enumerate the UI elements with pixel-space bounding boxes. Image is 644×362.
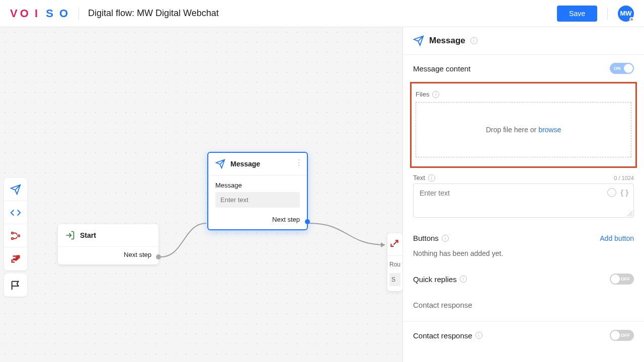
info-icon[interactable]: i — [428, 174, 435, 182]
flow-icon — [10, 230, 21, 241]
header: VO I S O Digital flow: MW Digital Webcha… — [0, 0, 644, 27]
buttons-section: Buttons i Add button — [403, 226, 644, 244]
section-title: Buttons i — [413, 234, 449, 242]
tool-end[interactable] — [4, 274, 27, 297]
browse-link[interactable]: browse — [538, 126, 561, 134]
contact-response-toggle[interactable]: OFF — [610, 330, 634, 341]
send-icon — [413, 35, 424, 46]
logo[interactable]: VO I S O — [10, 7, 69, 20]
tool-flow[interactable] — [4, 224, 27, 247]
contact-response-muted: Contact response — [403, 293, 644, 321]
send-icon — [10, 184, 21, 195]
node-message[interactable]: Message ⋮ Message Next step — [207, 152, 308, 230]
info-icon[interactable]: i — [432, 91, 439, 98]
panel-header: Message i — [403, 27, 644, 55]
svg-line-5 — [393, 240, 397, 244]
section-title: Contact response i — [413, 331, 482, 340]
send-icon — [215, 159, 225, 169]
node-start[interactable]: Start Next step — [58, 224, 158, 264]
variable-icon[interactable]: { } — [620, 188, 628, 197]
route-icon — [389, 238, 399, 248]
flag-icon — [10, 280, 21, 291]
info-icon[interactable]: i — [475, 332, 482, 339]
svg-marker-4 — [381, 242, 385, 247]
info-icon[interactable]: i — [442, 235, 449, 242]
route-icon — [10, 253, 21, 264]
message-content-section: Message content ON — [403, 55, 644, 82]
add-button-link[interactable]: Add button — [600, 234, 634, 242]
header-right: Save MW — [557, 6, 634, 22]
toolbox — [4, 178, 27, 297]
output-port[interactable] — [156, 254, 161, 259]
svg-point-0 — [12, 232, 14, 234]
info-icon[interactable]: i — [460, 276, 467, 283]
file-dropzone[interactable]: Drop file here or browse — [416, 102, 631, 157]
api-icon — [10, 207, 21, 218]
divider — [78, 8, 79, 20]
svg-point-2 — [18, 235, 20, 237]
next-step-label: Next step — [272, 216, 300, 223]
message-text-input[interactable] — [414, 184, 633, 217]
page-title: Digital flow: MW Digital Webchat — [88, 8, 219, 19]
message-input[interactable] — [215, 192, 300, 208]
empty-buttons-text: Nothing has been added yet. — [413, 244, 634, 257]
info-icon[interactable]: i — [470, 37, 477, 44]
node-route-partial[interactable]: Rou S — [387, 233, 403, 291]
node-title: Message — [230, 160, 260, 168]
tool-api[interactable] — [4, 201, 27, 224]
svg-point-1 — [12, 237, 14, 239]
more-icon[interactable]: ⋮ — [295, 158, 303, 167]
resize-handle[interactable] — [627, 211, 632, 216]
files-highlight-box: Files i Drop file here or browse — [410, 82, 637, 168]
contact-response-section: Contact response i OFF — [403, 321, 644, 349]
char-count: 0 / 1024 — [614, 175, 634, 181]
status-dot — [629, 17, 634, 22]
tool-route[interactable] — [4, 247, 27, 270]
side-panel: Message i Message content ON Files i Dro… — [403, 27, 644, 362]
text-section: Text i 0 / 1024 { } — [403, 174, 644, 226]
quick-replies-toggle[interactable]: OFF — [610, 274, 634, 285]
header-left: VO I S O Digital flow: MW Digital Webcha… — [10, 7, 219, 20]
panel-title: Message — [429, 36, 465, 46]
avatar[interactable]: MW — [618, 6, 634, 22]
quick-replies-section: Quick replies i OFF — [403, 265, 644, 293]
emoji-icon[interactable] — [607, 188, 616, 197]
field-label: Message — [215, 182, 300, 189]
section-title: Message content — [413, 64, 470, 73]
next-step-label: Next step — [124, 251, 151, 258]
files-label: Files i — [416, 90, 631, 98]
start-icon — [65, 230, 75, 240]
output-port[interactable] — [305, 219, 310, 224]
text-area-wrap: { } — [413, 184, 634, 218]
save-button[interactable]: Save — [557, 6, 597, 22]
node-title: Start — [80, 231, 96, 239]
divider — [607, 8, 608, 20]
section-title: Quick replies i — [413, 275, 467, 284]
message-content-toggle[interactable]: ON — [610, 63, 634, 74]
flow-canvas[interactable]: Start Next step Message ⋮ Message Next s… — [0, 27, 403, 362]
edge-start-message — [158, 153, 209, 261]
tool-message[interactable] — [4, 178, 27, 201]
edge-message-next — [307, 221, 390, 251]
text-label: Text i — [413, 174, 435, 182]
